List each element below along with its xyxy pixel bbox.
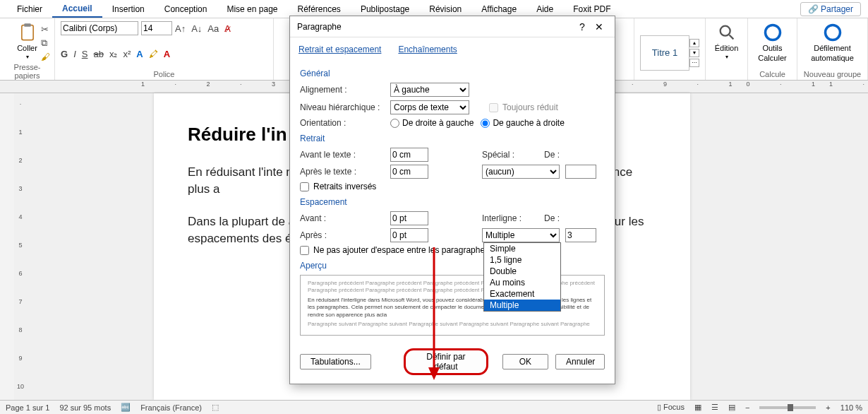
styles-up-icon[interactable]: ▴ xyxy=(689,39,699,47)
tabulations-button[interactable]: Tabulations... xyxy=(300,354,371,369)
clear-format-icon[interactable]: A̷ xyxy=(224,23,231,34)
preview-faint2: Paragraphe suivant Paragraphe suivant Pa… xyxy=(308,321,597,328)
tab-publipostage[interactable]: Publipostage xyxy=(351,1,419,17)
accessibility-icon[interactable]: ⬚ xyxy=(212,403,219,412)
space-after-input[interactable] xyxy=(390,228,428,242)
font-name-select[interactable] xyxy=(61,21,138,35)
section-retrait: Retrait xyxy=(300,134,605,143)
rtl-radio[interactable] xyxy=(390,119,399,128)
format-painter-icon[interactable]: 🖌 xyxy=(41,52,50,62)
option-double[interactable]: Double xyxy=(484,266,560,277)
clipboard-group-label: Presse-papiers xyxy=(6,61,49,80)
line-spacing-dropdown[interactable]: Simple 1,5 ligne Double Au moins Exactem… xyxy=(483,242,561,312)
line-spacing-select[interactable]: Multiple xyxy=(482,228,560,242)
zoom-slider[interactable] xyxy=(759,406,816,409)
style-titre1[interactable]: Titre 1 xyxy=(640,35,689,71)
paste-label: Coller xyxy=(17,44,37,52)
zoom-in-icon[interactable]: + xyxy=(826,403,830,412)
orientation-label: Orientation : xyxy=(300,118,385,128)
status-words[interactable]: 92 sur 95 mots xyxy=(59,403,111,412)
tools-calc-button[interactable]: Outils Calculer xyxy=(754,21,791,64)
styles-down-icon[interactable]: ▾ xyxy=(689,49,699,57)
view-web-icon[interactable]: ▤ xyxy=(728,403,735,412)
collapsed-label: Toujours réduit xyxy=(502,102,558,112)
svg-rect-1 xyxy=(24,23,30,27)
tab-accueil[interactable]: Accueil xyxy=(52,1,102,18)
cut-icon[interactable]: ✂ xyxy=(41,24,50,35)
strike-button[interactable]: ab xyxy=(93,49,103,59)
search-icon xyxy=(717,23,737,42)
indent-before-input[interactable] xyxy=(390,148,428,162)
special-indent-select[interactable]: (aucun) xyxy=(482,165,560,179)
circle-icon xyxy=(823,23,843,42)
outline-level-select[interactable]: Corps de texte xyxy=(390,100,469,114)
italic-button[interactable]: I xyxy=(73,49,76,59)
paragraph-dialog: Paragraphe ? ✕ Retrait et espacement Enc… xyxy=(289,16,615,384)
svg-rect-0 xyxy=(21,25,32,40)
de-label2: De : xyxy=(544,213,572,223)
help-icon[interactable]: ? xyxy=(574,21,591,32)
tab-conception[interactable]: Conception xyxy=(155,1,217,17)
space-before-input[interactable] xyxy=(390,211,428,225)
alignment-select[interactable]: À gauche xyxy=(390,83,469,97)
clipboard-icon xyxy=(18,23,37,42)
outline-level-label: Niveau hiérarchique : xyxy=(300,102,385,112)
tools-label2: Calculer xyxy=(758,54,786,62)
text-effects-icon[interactable]: A xyxy=(136,49,143,59)
highlight-icon[interactable]: 🖍 xyxy=(149,49,158,59)
copy-icon[interactable]: ⧉ xyxy=(41,37,50,49)
no-space-checkbox[interactable] xyxy=(300,246,309,255)
indent-after-input[interactable] xyxy=(390,165,428,179)
set-default-button[interactable]: Définir par défaut xyxy=(404,348,488,375)
view-read-icon[interactable]: ☰ xyxy=(711,403,718,412)
tab-aide[interactable]: Aide xyxy=(526,1,563,17)
option-15[interactable]: 1,5 ligne xyxy=(484,254,560,266)
tab-references[interactable]: Références xyxy=(288,1,351,17)
tab-fichier[interactable]: Fichier xyxy=(7,1,52,17)
view-print-icon[interactable]: ▦ xyxy=(694,403,701,412)
special-label: Spécial : xyxy=(482,150,538,160)
font-size-select[interactable] xyxy=(141,21,172,35)
special-de-input[interactable] xyxy=(565,165,596,179)
tab-revision[interactable]: Révision xyxy=(419,1,471,17)
autoscroll-button[interactable]: Défilement automatique xyxy=(803,21,862,64)
status-page[interactable]: Page 1 sur 1 xyxy=(6,403,49,412)
section-general: Général xyxy=(300,69,605,78)
shrink-font-icon[interactable]: A↓ xyxy=(191,23,202,34)
scroll-label1: Défilement xyxy=(814,44,851,52)
dialog-tab-flow[interactable]: Enchaînements xyxy=(397,42,458,57)
zoom-percent[interactable]: 110 % xyxy=(840,403,862,412)
grow-font-icon[interactable]: A↑ xyxy=(175,23,186,34)
ltr-label: De gauche à droite xyxy=(493,118,564,128)
ok-button[interactable]: OK xyxy=(502,354,548,369)
superscript-button[interactable]: x² xyxy=(123,49,131,59)
close-icon[interactable]: ✕ xyxy=(591,21,608,32)
line-spacing-de-input[interactable] xyxy=(565,228,596,242)
spellcheck-icon[interactable]: 🔤 xyxy=(121,403,131,412)
tab-foxit[interactable]: Foxit PDF xyxy=(563,1,620,17)
change-case-icon[interactable]: Aa xyxy=(207,23,219,34)
styles-more-icon[interactable]: ⋯ xyxy=(689,59,699,67)
option-atleast[interactable]: Au moins xyxy=(484,277,560,288)
cancel-button[interactable]: Annuler xyxy=(555,354,605,369)
status-language[interactable]: Français (France) xyxy=(140,403,202,412)
option-multiple[interactable]: Multiple xyxy=(484,300,560,311)
mirror-indent-checkbox[interactable] xyxy=(300,182,309,191)
tab-affichage[interactable]: Affichage xyxy=(471,1,526,17)
share-button[interactable]: 🔗 Partager xyxy=(800,2,861,16)
editing-button[interactable]: Édition ▾ xyxy=(711,21,742,61)
share-label: Partager xyxy=(821,4,853,14)
option-exactly[interactable]: Exactement xyxy=(484,288,560,300)
tab-miseenpage[interactable]: Mise en page xyxy=(217,1,287,17)
tab-insertion[interactable]: Insertion xyxy=(102,1,155,17)
subscript-button[interactable]: x₂ xyxy=(109,49,118,59)
bold-button[interactable]: G xyxy=(61,49,68,59)
zoom-out-icon[interactable]: − xyxy=(745,403,749,412)
underline-button[interactable]: S xyxy=(82,49,88,59)
option-simple[interactable]: Simple xyxy=(484,243,560,254)
ltr-radio[interactable] xyxy=(481,119,490,128)
dialog-tab-indent[interactable]: Retrait et espacement xyxy=(297,42,382,57)
scroll-label2: automatique xyxy=(811,54,854,62)
focus-mode-button[interactable]: ▯ Focus xyxy=(657,403,685,412)
font-color-icon[interactable]: A xyxy=(164,49,170,59)
